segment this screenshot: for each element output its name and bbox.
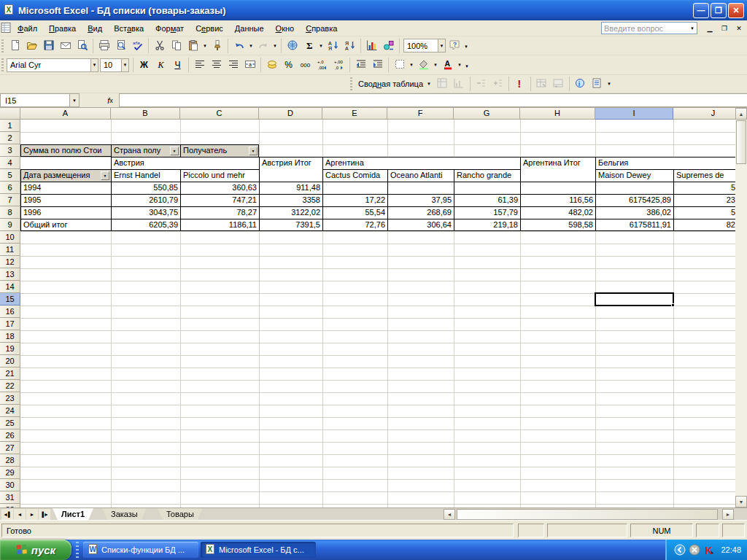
workbook-close-button[interactable]: ✕ bbox=[734, 23, 744, 34]
row-header-4[interactable]: 4 bbox=[0, 157, 20, 169]
selected-cell-I15[interactable] bbox=[595, 292, 674, 306]
restore-button[interactable]: ❐ bbox=[711, 3, 727, 18]
italic-button[interactable]: К bbox=[152, 57, 169, 73]
vertical-scroll-thumb[interactable] bbox=[736, 120, 746, 164]
row-header-25[interactable]: 25 bbox=[0, 417, 20, 429]
cell-A8[interactable]: 1996 bbox=[20, 206, 111, 219]
borders-button[interactable] bbox=[391, 57, 408, 73]
cell-I8[interactable]: 386,02 bbox=[595, 206, 673, 219]
column-header-A[interactable]: A bbox=[20, 108, 111, 120]
chevron-down-icon[interactable]: ▼ bbox=[90, 59, 98, 71]
menu-окно[interactable]: Окно bbox=[270, 22, 301, 35]
workbook-restore-button[interactable]: ❐ bbox=[719, 23, 729, 34]
toolbar-options-button[interactable]: ▼ bbox=[462, 39, 470, 55]
percent-button[interactable]: % bbox=[280, 57, 297, 73]
zoom-combo[interactable]: 100%▼ bbox=[403, 39, 446, 52]
help-button[interactable]: ? bbox=[446, 38, 462, 54]
cut-button[interactable] bbox=[151, 38, 168, 54]
row-header-31[interactable]: 31 bbox=[0, 491, 20, 504]
cell-D9[interactable]: 7391,5 bbox=[259, 219, 322, 231]
previous-sheet-button[interactable]: ◄ bbox=[14, 509, 26, 520]
kaspersky-tray-icon[interactable]: K bbox=[703, 544, 715, 556]
pivot-header-австрия[interactable]: Австрия bbox=[111, 157, 259, 169]
pivot-header-piccolo-und-mehr[interactable]: Piccolo und mehr bbox=[180, 169, 259, 182]
pivot-header-rancho-grande[interactable]: Rancho grande bbox=[454, 169, 520, 182]
cell-E9[interactable]: 72,76 bbox=[322, 219, 387, 231]
search-button[interactable] bbox=[74, 38, 90, 54]
cell-I7[interactable]: 6175425,89 bbox=[595, 194, 673, 206]
menu-формат[interactable]: Формат bbox=[150, 22, 190, 35]
row-header-26[interactable]: 26 bbox=[0, 429, 20, 442]
filter-dropdown-icon[interactable]: ▼ bbox=[249, 147, 258, 155]
row-header-13[interactable]: 13 bbox=[0, 268, 20, 281]
row-header-15[interactable]: 15 bbox=[0, 293, 20, 306]
workbook-minimize-button[interactable]: ▁ bbox=[705, 23, 715, 34]
refresh-button[interactable]: ! bbox=[511, 76, 528, 92]
cell-B9[interactable]: 6205,39 bbox=[111, 219, 180, 231]
cell-A9[interactable]: Общий итог bbox=[20, 219, 111, 231]
quick-launch-grip[interactable] bbox=[76, 542, 79, 558]
font-size-combo[interactable]: 10▼ bbox=[100, 58, 129, 72]
row-header-30[interactable]: 30 bbox=[0, 479, 20, 491]
row-header-11[interactable]: 11 bbox=[0, 244, 20, 256]
undo-button[interactable] bbox=[231, 38, 247, 54]
chevron-down-icon[interactable]: ▼ bbox=[121, 59, 128, 71]
always-total-button[interactable] bbox=[550, 76, 567, 92]
sheet-tab-заказы[interactable]: Заказы bbox=[102, 508, 147, 520]
field-list-button[interactable] bbox=[589, 76, 605, 92]
row-header-18[interactable]: 18 bbox=[0, 330, 20, 343]
inc-decimal-button[interactable]: +,0,00 bbox=[314, 57, 330, 73]
taskbar-button-excel[interactable]: XMicrosoft Excel - БД с... bbox=[201, 542, 316, 558]
row-header-19[interactable]: 19 bbox=[0, 343, 20, 355]
cell-C9[interactable]: 1186,11 bbox=[180, 219, 259, 231]
filter-dropdown-icon[interactable]: ▼ bbox=[170, 147, 179, 155]
column-header-H[interactable]: H bbox=[520, 108, 595, 120]
cell-F9[interactable]: 306,64 bbox=[387, 219, 454, 231]
column-header-F[interactable]: F bbox=[387, 108, 454, 120]
sort-descending-button[interactable]: ЯА bbox=[341, 38, 358, 54]
new-button[interactable] bbox=[7, 38, 23, 54]
align-left-button[interactable] bbox=[191, 57, 208, 73]
cell-G7[interactable]: 61,39 bbox=[454, 194, 520, 206]
format-painter-button[interactable] bbox=[209, 38, 225, 54]
chevron-down-icon[interactable]: ▼ bbox=[438, 39, 445, 52]
cell-A7[interactable]: 1995 bbox=[20, 194, 111, 206]
inc-indent-button[interactable] bbox=[369, 57, 386, 73]
row-header-16[interactable]: 16 bbox=[0, 306, 20, 318]
format-report-button[interactable] bbox=[434, 76, 451, 92]
minimize-button[interactable]: — bbox=[693, 3, 709, 18]
cell-I9[interactable]: 6175811,91 bbox=[595, 219, 673, 231]
menu-файл[interactable]: Файл bbox=[12, 22, 43, 35]
pivot-field-row[interactable]: Дата размещения▼ bbox=[20, 169, 111, 182]
cell-J8[interactable]: 5 bbox=[673, 206, 735, 219]
cell-F8[interactable]: 268,69 bbox=[387, 206, 454, 219]
cell-G8[interactable]: 157,79 bbox=[454, 206, 520, 219]
pivot-header-аргентина-итог[interactable]: Аргентина Итог bbox=[520, 157, 595, 182]
row-header-14[interactable]: 14 bbox=[0, 281, 20, 293]
toolbar-grip[interactable] bbox=[1, 39, 4, 52]
messenger-tray-icon[interactable] bbox=[689, 544, 700, 556]
sort-ascending-button[interactable]: АЯ bbox=[325, 38, 341, 54]
cell-J6[interactable]: 5 bbox=[673, 182, 735, 194]
font-name-combo[interactable]: Arial Cyr▼ bbox=[7, 58, 98, 72]
cell-E6[interactable] bbox=[322, 182, 387, 194]
dec-indent-button[interactable] bbox=[352, 57, 369, 73]
formula-input[interactable] bbox=[119, 93, 747, 107]
thousands-button[interactable]: 000 bbox=[297, 57, 314, 73]
row-header-2[interactable]: 2 bbox=[0, 132, 20, 144]
open-button[interactable] bbox=[23, 38, 40, 54]
pivot-header-австрия-итог[interactable]: Австрия Итог bbox=[259, 157, 322, 182]
row-header-23[interactable]: 23 bbox=[0, 392, 20, 405]
cell-B6[interactable]: 550,85 bbox=[111, 182, 180, 194]
cell-H8[interactable]: 482,02 bbox=[520, 206, 595, 219]
cell-B8[interactable]: 3043,75 bbox=[111, 206, 180, 219]
show-detail-button[interactable] bbox=[489, 76, 506, 92]
cell-G6[interactable] bbox=[454, 182, 520, 194]
pivot-field-column[interactable]: Страна полу▼ bbox=[111, 144, 180, 157]
cell-H7[interactable]: 116,56 bbox=[520, 194, 595, 206]
cell-F7[interactable]: 37,95 bbox=[387, 194, 454, 206]
cell-E8[interactable]: 55,54 bbox=[322, 206, 387, 219]
pivot-header-ernst-handel[interactable]: Ernst Handel bbox=[111, 169, 180, 182]
row-header-1[interactable]: 1 bbox=[0, 120, 20, 132]
mail-button[interactable] bbox=[57, 38, 74, 54]
